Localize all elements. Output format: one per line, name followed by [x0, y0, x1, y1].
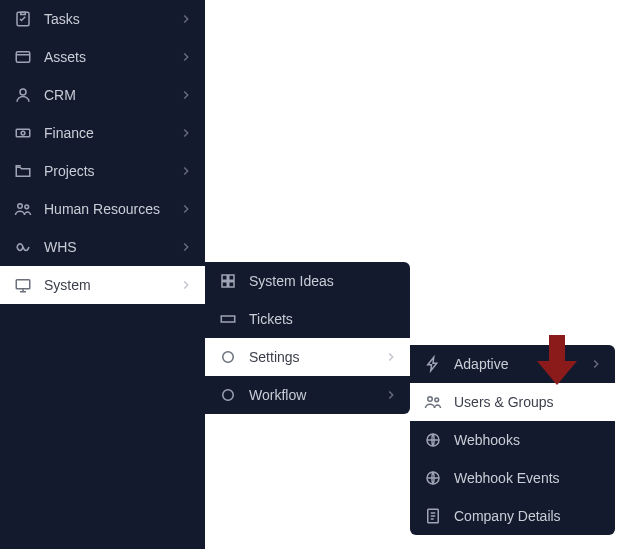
sidebar-item-crm[interactable]: CRM	[0, 76, 205, 114]
svg-rect-8	[222, 275, 227, 280]
flyout-item-label: Users & Groups	[454, 394, 603, 410]
flyout-settings: Adaptive Users & Groups Webhooks Webhook…	[410, 345, 615, 535]
ticket-icon	[219, 310, 237, 328]
flyout-item-webhooks[interactable]: Webhooks	[410, 421, 615, 459]
chevron-right-icon	[179, 126, 193, 140]
svg-rect-7	[16, 280, 30, 289]
chevron-right-icon	[179, 88, 193, 102]
sidebar-item-system[interactable]: System	[0, 266, 205, 304]
flyout-item-tickets[interactable]: Tickets	[205, 300, 410, 338]
bolt-icon	[424, 355, 442, 373]
projects-icon	[14, 162, 32, 180]
flyout-item-users-groups[interactable]: Users & Groups	[410, 383, 615, 421]
chevron-right-icon	[179, 240, 193, 254]
flyout-item-label: Adaptive	[454, 356, 589, 372]
sidebar-item-label: Assets	[44, 49, 179, 65]
sidebar-item-assets[interactable]: Assets	[0, 38, 205, 76]
sidebar-item-projects[interactable]: Projects	[0, 152, 205, 190]
svg-point-2	[20, 89, 26, 95]
chevron-right-icon	[179, 164, 193, 178]
finance-icon	[14, 124, 32, 142]
svg-point-5	[18, 204, 23, 209]
svg-rect-11	[229, 282, 234, 287]
whs-icon	[14, 238, 32, 256]
globe-icon	[424, 431, 442, 449]
flyout-system: System Ideas Tickets Settings Workflow	[205, 262, 410, 414]
flyout-item-settings[interactable]: Settings	[205, 338, 410, 376]
assets-icon	[14, 48, 32, 66]
flyout-item-label: Company Details	[454, 508, 603, 524]
hr-icon	[14, 200, 32, 218]
svg-rect-10	[222, 282, 227, 287]
crm-icon	[14, 86, 32, 104]
circle-icon	[219, 386, 237, 404]
sidebar-item-human-resources[interactable]: Human Resources	[0, 190, 205, 228]
flyout-item-company-details[interactable]: Company Details	[410, 497, 615, 535]
flyout-item-label: Webhooks	[454, 432, 603, 448]
sidebar-item-label: System	[44, 277, 179, 293]
sidebar-item-label: Tasks	[44, 11, 179, 27]
svg-point-12	[223, 352, 234, 363]
circle-icon	[219, 348, 237, 366]
flyout-item-label: Workflow	[249, 387, 384, 403]
svg-point-15	[435, 398, 439, 402]
svg-rect-9	[229, 275, 234, 280]
chevron-right-icon	[384, 388, 398, 402]
svg-point-13	[223, 390, 234, 401]
tasks-icon	[14, 10, 32, 28]
sidebar-item-finance[interactable]: Finance	[0, 114, 205, 152]
flyout-item-adaptive[interactable]: Adaptive	[410, 345, 615, 383]
chevron-right-icon	[589, 357, 603, 371]
sidebar-item-label: WHS	[44, 239, 179, 255]
users-icon	[424, 393, 442, 411]
sidebar-item-whs[interactable]: WHS	[0, 228, 205, 266]
sidebar-item-label: Human Resources	[44, 201, 179, 217]
sidebar-item-label: Finance	[44, 125, 179, 141]
sidebar-item-label: CRM	[44, 87, 179, 103]
chevron-right-icon	[384, 350, 398, 364]
flyout-item-label: Settings	[249, 349, 384, 365]
chevron-right-icon	[179, 202, 193, 216]
system-icon	[14, 276, 32, 294]
chevron-right-icon	[179, 12, 193, 26]
chevron-right-icon	[179, 50, 193, 64]
doc-icon	[424, 507, 442, 525]
flyout-item-label: Tickets	[249, 311, 398, 327]
svg-rect-1	[16, 52, 30, 63]
chevron-right-icon	[179, 278, 193, 292]
flyout-item-webhook-events[interactable]: Webhook Events	[410, 459, 615, 497]
svg-point-14	[428, 397, 433, 402]
flyout-item-label: Webhook Events	[454, 470, 603, 486]
flyout-item-label: System Ideas	[249, 273, 398, 289]
flyout-item-workflow[interactable]: Workflow	[205, 376, 410, 414]
flyout-item-system-ideas[interactable]: System Ideas	[205, 262, 410, 300]
sidebar-item-label: Projects	[44, 163, 179, 179]
sidebar-item-tasks[interactable]: Tasks	[0, 0, 205, 38]
globe-icon	[424, 469, 442, 487]
grid-icon	[219, 272, 237, 290]
svg-point-6	[25, 205, 29, 209]
sidebar-nav: Tasks Assets CRM Finance	[0, 0, 205, 549]
svg-point-4	[21, 131, 25, 135]
